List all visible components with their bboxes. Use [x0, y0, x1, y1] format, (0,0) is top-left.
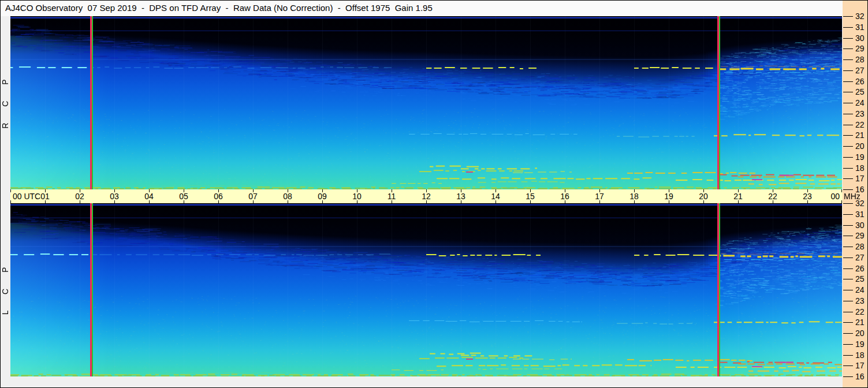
freq-label: 21 [855, 130, 865, 140]
freq-label: 31 [855, 23, 865, 32]
freq-label: 19 [855, 339, 865, 349]
freq-tick [843, 258, 853, 258]
freq-label: 25 [855, 274, 865, 283]
freq-label: 30 [855, 33, 865, 43]
hour-label: 04 [144, 192, 154, 201]
hour-label: 09 [318, 192, 327, 201]
hour-tick [841, 189, 842, 192]
freq-label: 20 [855, 329, 865, 338]
freq-tick [843, 333, 853, 334]
freq-tick [843, 290, 853, 290]
freq-label: 19 [855, 152, 865, 162]
freq-label: 16 [855, 372, 865, 381]
freq-label: 21 [855, 318, 865, 327]
title-bar: AJ4CO Observatory 07 Sep 2019 - DPS on T… [1, 1, 843, 16]
freq-label: 17 [855, 361, 865, 370]
freq-label: 29 [855, 44, 865, 53]
bottom-margin [1, 376, 843, 387]
hour-label: 13 [456, 192, 465, 201]
hour-label: 23 [803, 192, 812, 201]
hour-label: 00 [830, 192, 840, 201]
freq-tick [843, 247, 853, 247]
freq-tick [843, 355, 853, 356]
freq-tick [843, 344, 853, 345]
hour-label: 21 [733, 192, 743, 201]
page-title: AJ4CO Observatory 07 Sep 2019 - DPS on T… [5, 1, 433, 16]
rcp-spectrogram-canvas [10, 16, 842, 189]
freq-label: 28 [855, 55, 865, 64]
freq-tick [843, 125, 853, 125]
freq-label: 23 [855, 109, 865, 118]
freq-label: 18 [855, 163, 865, 173]
lcp-spectrogram-canvas [10, 203, 842, 376]
freq-label: 29 [855, 231, 865, 240]
freq-label: 24 [855, 98, 865, 107]
hour-label: 05 [179, 192, 188, 201]
freq-tick [843, 81, 853, 82]
hour-label: 12 [422, 192, 431, 201]
freq-label: 31 [855, 210, 865, 219]
hour-label: 10 [352, 192, 362, 201]
rcp-spectrogram-panel [10, 16, 842, 189]
freq-tick [843, 168, 853, 169]
hour-label: 18 [629, 192, 639, 201]
freq-label: 26 [855, 264, 865, 273]
time-axis: 00 UTC0102030405060708091011121314151617… [10, 189, 843, 203]
freq-tick [843, 178, 853, 179]
lcp-spectrogram-panel [10, 203, 842, 376]
freq-tick [843, 146, 853, 147]
lcp-frequency-scale: 3231302928272625242322212019181716 [843, 203, 867, 376]
hour-label: 15 [526, 192, 535, 201]
freq-label: 23 [855, 296, 865, 305]
hour-label: 17 [595, 192, 604, 201]
hour-label: 14 [491, 192, 500, 201]
freq-label: 32 [855, 12, 865, 21]
rcp-axis-label: R C P [1, 16, 11, 189]
rcp-frequency-scale: 3231302928272625242322212019181716 [843, 16, 867, 189]
freq-label: 30 [855, 221, 865, 230]
freq-label: 20 [855, 141, 865, 151]
freq-tick [843, 48, 853, 49]
mhz-unit-label: MHz [844, 189, 860, 203]
freq-label: 27 [855, 66, 865, 75]
hour-label: 06 [214, 192, 223, 201]
freq-tick [843, 236, 853, 236]
freq-label: 25 [855, 87, 865, 96]
freq-tick [843, 114, 853, 114]
freq-label: 24 [855, 285, 865, 294]
hour-label: 20 [699, 192, 708, 201]
freq-tick [843, 27, 853, 28]
freq-tick [843, 92, 853, 92]
hour-label: 19 [664, 192, 673, 201]
hour-tick [10, 189, 11, 192]
hour-label: 16 [560, 192, 569, 201]
hour-label: 08 [283, 192, 292, 201]
freq-tick [843, 365, 853, 366]
hour-label: 11 [388, 192, 396, 201]
hour-label: 01 [40, 192, 50, 201]
freq-label: 22 [855, 307, 865, 316]
spectrograph-window: AJ4CO Observatory 07 Sep 2019 - DPS on T… [0, 0, 868, 388]
freq-label: 18 [855, 350, 865, 360]
freq-tick [843, 59, 853, 60]
freq-tick [843, 16, 853, 17]
freq-tick [843, 279, 853, 279]
hour-label: 00 UTC [13, 192, 40, 201]
freq-label: 26 [855, 77, 865, 86]
freq-tick [843, 268, 853, 269]
hour-label: 03 [110, 192, 119, 201]
hour-label: 22 [768, 192, 777, 201]
freq-label: 27 [855, 253, 865, 262]
freq-tick [843, 312, 853, 312]
hour-tick [841, 200, 842, 203]
freq-tick [843, 225, 853, 226]
freq-tick [843, 157, 853, 158]
freq-label: 28 [855, 242, 865, 251]
freq-tick [843, 214, 853, 215]
hour-tick [10, 200, 11, 203]
freq-tick [843, 103, 853, 103]
freq-tick [843, 322, 853, 323]
freq-tick [843, 70, 853, 71]
hour-label: 07 [248, 192, 258, 201]
freq-tick [843, 38, 853, 39]
